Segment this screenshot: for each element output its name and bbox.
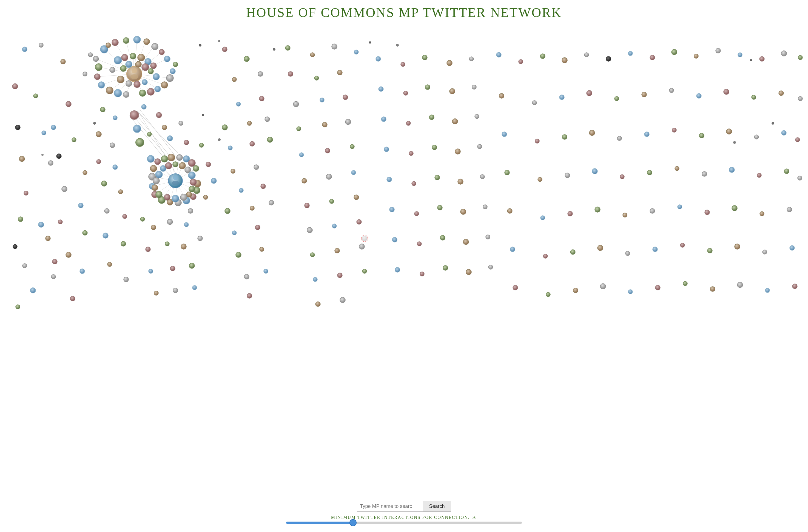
svg-point-153 <box>60 59 66 64</box>
svg-point-305 <box>466 269 472 275</box>
svg-point-356 <box>784 169 789 174</box>
svg-point-182 <box>142 104 146 109</box>
svg-point-323 <box>532 100 537 105</box>
svg-point-302 <box>395 267 400 272</box>
svg-point-133 <box>152 185 158 191</box>
svg-point-60 <box>150 63 157 69</box>
svg-point-181 <box>124 277 129 282</box>
svg-point-212 <box>236 102 241 106</box>
svg-point-316 <box>694 54 698 58</box>
svg-point-237 <box>354 50 359 54</box>
svg-point-255 <box>354 195 359 200</box>
svg-point-309 <box>540 54 545 59</box>
svg-point-253 <box>305 203 309 208</box>
svg-point-167 <box>70 296 75 301</box>
search-input[interactable] <box>357 501 423 512</box>
svg-point-221 <box>254 165 259 170</box>
svg-point-183 <box>156 112 162 118</box>
svg-point-354 <box>729 167 735 173</box>
svg-point-68 <box>117 76 124 83</box>
svg-point-301 <box>486 235 490 239</box>
svg-point-277 <box>381 117 386 121</box>
svg-point-366 <box>732 206 737 211</box>
svg-point-307 <box>496 52 501 57</box>
svg-point-332 <box>779 91 784 96</box>
svg-point-402 <box>772 122 774 125</box>
svg-point-185 <box>162 125 167 130</box>
svg-point-350 <box>620 174 624 179</box>
svg-point-252 <box>351 170 356 175</box>
svg-point-401 <box>218 138 221 141</box>
svg-point-314 <box>650 55 655 60</box>
svg-point-246 <box>345 119 351 125</box>
svg-point-236 <box>332 44 337 49</box>
svg-point-285 <box>455 149 460 154</box>
svg-point-240 <box>337 70 342 75</box>
svg-point-99 <box>173 175 178 180</box>
svg-point-105 <box>177 154 183 160</box>
svg-point-380 <box>513 285 518 290</box>
svg-point-56 <box>122 54 128 61</box>
svg-point-294 <box>437 205 442 210</box>
svg-point-216 <box>265 117 270 121</box>
svg-point-38 <box>133 36 141 43</box>
svg-point-325 <box>587 90 592 96</box>
svg-point-163 <box>82 230 88 235</box>
svg-point-331 <box>752 95 756 99</box>
svg-point-245 <box>322 122 327 127</box>
svg-point-150 <box>52 259 57 264</box>
svg-point-75 <box>170 69 176 74</box>
svg-point-393 <box>199 44 201 46</box>
svg-point-64 <box>135 61 142 68</box>
svg-point-368 <box>787 207 792 212</box>
svg-point-123 <box>179 163 186 169</box>
svg-point-227 <box>232 231 237 235</box>
svg-point-37 <box>123 38 129 43</box>
svg-point-155 <box>66 101 71 107</box>
svg-point-290 <box>458 179 463 184</box>
svg-point-287 <box>387 177 392 182</box>
svg-point-271 <box>469 57 474 61</box>
svg-point-138 <box>12 83 18 89</box>
svg-point-62 <box>120 65 126 72</box>
search-button[interactable]: Search <box>423 501 451 512</box>
svg-point-291 <box>480 174 484 179</box>
svg-point-166 <box>80 269 85 274</box>
svg-point-109 <box>150 165 157 172</box>
svg-point-161 <box>78 203 83 208</box>
svg-point-215 <box>247 121 252 126</box>
svg-point-259 <box>310 252 315 257</box>
svg-point-297 <box>392 237 397 242</box>
svg-point-272 <box>379 87 383 92</box>
svg-point-317 <box>716 48 720 53</box>
svg-point-173 <box>113 165 117 170</box>
svg-point-206 <box>173 288 178 293</box>
svg-point-320 <box>781 51 787 56</box>
svg-point-389 <box>765 288 770 292</box>
svg-point-77 <box>133 125 141 133</box>
svg-point-322 <box>499 93 504 98</box>
svg-point-129 <box>180 194 187 201</box>
svg-point-122 <box>173 162 178 167</box>
svg-point-256 <box>307 227 312 233</box>
svg-point-200 <box>181 244 186 249</box>
svg-point-344 <box>782 130 786 135</box>
svg-point-66 <box>148 69 153 74</box>
bottom-controls: Search Minimum Twitter interactions for … <box>0 501 808 524</box>
svg-point-329 <box>696 93 701 98</box>
svg-point-270 <box>447 60 452 66</box>
svg-point-319 <box>759 56 765 61</box>
min-interactions-slider[interactable] <box>286 521 522 524</box>
svg-point-382 <box>573 288 578 293</box>
svg-point-248 <box>325 148 330 153</box>
svg-point-260 <box>335 248 339 253</box>
svg-point-258 <box>356 220 362 224</box>
svg-point-249 <box>350 145 354 149</box>
svg-point-146 <box>38 222 44 227</box>
svg-point-361 <box>595 207 600 212</box>
svg-point-339 <box>644 132 649 137</box>
svg-point-269 <box>422 55 427 60</box>
svg-point-107 <box>188 159 196 167</box>
svg-point-229 <box>236 252 241 258</box>
svg-point-300 <box>463 239 469 245</box>
